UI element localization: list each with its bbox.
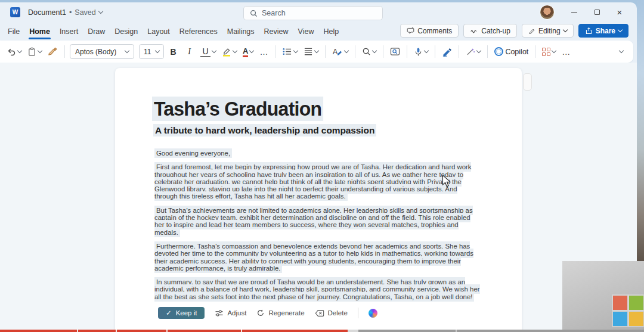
minimize-button[interactable] — [563, 2, 586, 22]
auto-format-button[interactable] — [464, 45, 482, 58]
chevron-down-icon[interactable] — [552, 48, 556, 53]
document-page[interactable]: Tasha’s Graduation A tribute to hard wor… — [115, 68, 522, 332]
chevron-down-icon[interactable] — [17, 48, 22, 53]
bold-button[interactable]: B — [166, 45, 180, 59]
more-font-options-button[interactable]: … — [258, 45, 270, 59]
delete-button[interactable]: Delete — [315, 309, 348, 317]
underline-button[interactable]: U — [199, 44, 218, 59]
search-input[interactable]: Search — [243, 6, 383, 20]
tab-review[interactable]: Review — [259, 22, 293, 41]
divider — [487, 45, 488, 58]
add-ins-grid-icon — [542, 48, 550, 56]
share-icon — [585, 27, 593, 35]
document-title-group[interactable]: Document1 • Saved — [28, 8, 103, 17]
user-avatar[interactable] — [540, 5, 555, 20]
line-spacing-button[interactable] — [302, 45, 320, 58]
tab-home[interactable]: Home — [24, 22, 55, 41]
copilot-action-bar: ✓ Keep it Adjust — [158, 307, 481, 319]
divider — [358, 308, 358, 318]
chevron-down-icon[interactable] — [38, 48, 42, 53]
share-label: Share — [596, 27, 615, 35]
share-button[interactable]: Share — [578, 24, 628, 38]
find-button[interactable] — [360, 45, 378, 58]
paste-button[interactable] — [26, 45, 44, 59]
paragraph-greeting: Good evening everyone, — [154, 150, 481, 157]
tab-references[interactable]: References — [175, 22, 222, 41]
svg-text:A: A — [333, 48, 338, 56]
bullet-list-button[interactable] — [280, 45, 299, 58]
undo-icon — [7, 47, 16, 57]
chevron-down-icon[interactable] — [293, 48, 298, 53]
divider — [459, 45, 459, 58]
immersive-reader-button[interactable] — [388, 45, 402, 58]
dictate-button[interactable] — [412, 45, 430, 59]
tab-layout[interactable]: Layout — [143, 22, 175, 41]
document-canvas: Tasha’s Graduation A tribute to hard wor… — [0, 63, 637, 332]
text-highlight-button[interactable] — [220, 45, 239, 59]
chevron-down-icon[interactable] — [314, 48, 319, 53]
comments-button[interactable]: Comments — [400, 24, 459, 38]
comments-label: Comments — [417, 27, 452, 35]
search-placeholder: Search — [262, 9, 286, 17]
editing-mode-button[interactable]: Editing — [522, 24, 574, 38]
editor-pen-icon — [442, 47, 452, 57]
catch-up-button[interactable]: Catch-up — [463, 24, 517, 38]
regenerate-button[interactable]: Regenerate — [256, 309, 304, 317]
tab-help[interactable]: Help — [318, 22, 343, 41]
ms-logo-green-square — [629, 296, 643, 310]
magic-wand-icon — [466, 47, 475, 56]
format-painter-button[interactable] — [46, 45, 60, 58]
chevron-down-icon[interactable] — [372, 48, 377, 53]
font-color-button[interactable]: A — [241, 44, 255, 60]
bold-icon: B — [168, 47, 178, 57]
tab-design[interactable]: Design — [110, 22, 143, 41]
word-window: W Document1 • Saved Search × File Home I… — [0, 2, 637, 332]
catch-up-label: Catch-up — [481, 27, 510, 35]
divider — [355, 45, 355, 58]
ms-logo-red-square — [613, 296, 627, 310]
bullet-list-icon — [282, 47, 292, 56]
paragraph-3: Furthermore, Tasha's compassion and bene… — [154, 243, 481, 272]
font-size-select[interactable]: 11 — [139, 44, 164, 59]
undo-button[interactable] — [5, 45, 23, 59]
tab-view[interactable]: View — [293, 22, 319, 41]
reader-magnifier-icon — [390, 47, 400, 56]
delete-label: Delete — [328, 309, 348, 317]
ellipsis-icon: … — [259, 47, 268, 57]
document-name: Document1 — [28, 8, 66, 17]
italic-icon: I — [184, 47, 194, 57]
chevron-down-icon[interactable] — [424, 48, 429, 53]
tab-insert[interactable]: Insert — [55, 22, 83, 41]
italic-button[interactable]: I — [182, 45, 196, 59]
chevron-down-icon[interactable] — [249, 48, 254, 53]
adjust-button[interactable]: Adjust — [215, 309, 246, 317]
maximize-button[interactable] — [586, 2, 608, 22]
styles-icon: A — [332, 47, 343, 57]
keep-it-button[interactable]: ✓ Keep it — [158, 307, 205, 319]
chevron-down-icon[interactable] — [344, 48, 349, 53]
close-button[interactable]: × — [608, 2, 631, 22]
ribbon-collapse-button[interactable] — [618, 48, 625, 55]
font-name-select[interactable]: Aptos (Body) — [70, 44, 134, 59]
sliders-icon — [215, 309, 224, 317]
copilot-logo-icon[interactable] — [369, 309, 377, 318]
format-painter-icon — [48, 47, 58, 56]
separator-dot: • — [69, 8, 72, 17]
divider — [64, 45, 65, 58]
add-ins-button[interactable] — [540, 45, 558, 58]
tab-draw[interactable]: Draw — [83, 22, 110, 41]
document-body[interactable]: Good evening everyone, First and foremos… — [154, 150, 481, 319]
regenerate-label: Regenerate — [268, 309, 304, 317]
chevron-down-icon[interactable] — [212, 48, 216, 53]
ribbon-overflow-button[interactable]: … — [560, 45, 572, 59]
styles-button[interactable]: A — [330, 45, 350, 59]
chevron-down-icon[interactable] — [98, 9, 103, 14]
collapsed-comment-card[interactable] — [523, 73, 532, 91]
catch-up-wave-icon — [470, 27, 478, 35]
chevron-down-icon[interactable] — [233, 48, 237, 53]
chevron-down-icon[interactable] — [476, 48, 481, 53]
editor-button[interactable] — [440, 45, 454, 59]
tab-mailings[interactable]: Mailings — [222, 22, 259, 41]
copilot-button[interactable]: Copilot — [493, 45, 530, 58]
tab-file[interactable]: File — [3, 22, 24, 41]
